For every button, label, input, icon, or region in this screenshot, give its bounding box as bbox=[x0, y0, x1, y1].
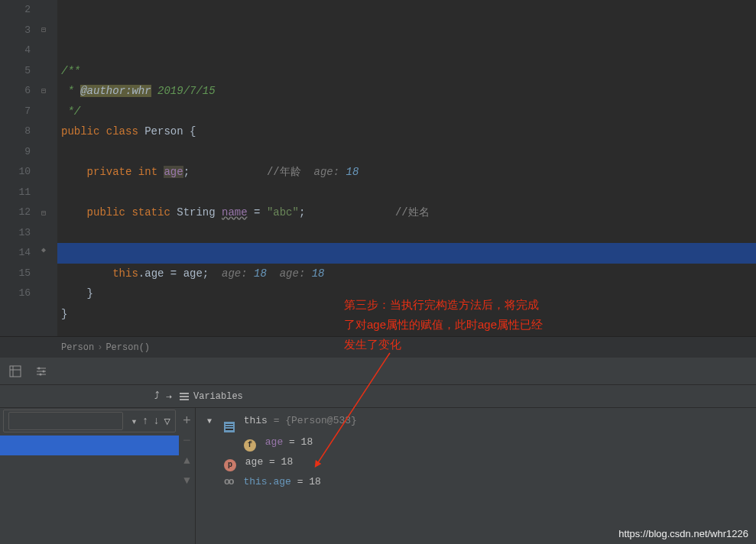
variable-age-field[interactable]: f age = 18 bbox=[207, 432, 750, 452]
watch-icon: oo bbox=[224, 476, 233, 487]
bookmark-icon[interactable]: ◆ bbox=[41, 241, 46, 261]
fold-mark-icon[interactable]: ⊟ bbox=[41, 82, 46, 102]
remove-watch-icon[interactable]: − bbox=[179, 431, 195, 451]
watermark: https://blog.csdn.net/whr1226 bbox=[618, 528, 748, 539]
variables-header: ⤴ ⇢ Variables bbox=[0, 385, 756, 408]
svg-point-6 bbox=[38, 367, 41, 369]
variable-this[interactable]: this = {Person@533} bbox=[207, 411, 750, 432]
return-icon[interactable]: ⤴ bbox=[154, 390, 160, 403]
name-field: name bbox=[222, 206, 248, 219]
layout-icon[interactable] bbox=[9, 365, 21, 377]
step-icon[interactable]: ⇢ bbox=[166, 390, 172, 403]
fold-mark-icon[interactable]: ⊟ bbox=[41, 204, 46, 225]
fold-mark-icon[interactable]: ⊟ bbox=[41, 21, 46, 41]
variable-this-age[interactable]: oo this.age = 18 bbox=[207, 472, 750, 492]
line-number-gutter: 234 567 8910 111213 141516 bbox=[0, 0, 38, 336]
fold-column[interactable]: ⊟ ⊟ ⊟ ◆ bbox=[38, 0, 57, 336]
next-frame-icon[interactable]: ↓ bbox=[153, 415, 159, 427]
hamburger-icon[interactable] bbox=[180, 393, 189, 400]
thread-dropdown[interactable] bbox=[8, 412, 123, 430]
variable-age-param[interactable]: p age = 18 bbox=[207, 452, 750, 472]
code-area[interactable]: /** * @author:whr 2019/7/15 */public cla… bbox=[57, 0, 756, 336]
age-field: age bbox=[164, 166, 183, 178]
code-editor[interactable]: 234 567 8910 111213 141516 ⊟ ⊟ ⊟ ◆ /** *… bbox=[0, 0, 756, 336]
field-badge-icon: f bbox=[244, 439, 256, 452]
svg-rect-0 bbox=[10, 366, 21, 377]
current-execution-line bbox=[57, 243, 756, 264]
author-tag: @author:whr bbox=[80, 85, 151, 97]
svg-point-7 bbox=[43, 370, 45, 372]
debugger-panel: ⤴ ⇢ Variables ▾ ↑ ↓ ▽ + − ▲ ▼ bbox=[0, 358, 756, 544]
chevron-down-icon[interactable]: ▾ bbox=[131, 415, 137, 428]
variables-tree[interactable]: + − ▲ ▼ this = {Person@533} f age = 18 p… bbox=[180, 408, 756, 544]
prev-frame-icon[interactable]: ↑ bbox=[142, 415, 148, 427]
param-badge-icon: p bbox=[224, 459, 236, 471]
up-icon[interactable]: ▲ bbox=[179, 451, 195, 471]
down-icon[interactable]: ▼ bbox=[179, 471, 195, 491]
add-watch-icon[interactable]: + bbox=[179, 411, 195, 431]
svg-point-8 bbox=[40, 373, 42, 375]
frames-panel[interactable]: ▾ ↑ ↓ ▽ bbox=[0, 408, 180, 544]
doc-comment: /** bbox=[61, 65, 80, 77]
settings-icon[interactable] bbox=[35, 365, 47, 377]
annotation-text: 第三步：当执行完构造方法后，将完成 了对age属性的赋值，此时age属性已经 发… bbox=[344, 295, 543, 355]
selected-frame[interactable] bbox=[0, 436, 179, 455]
variables-label: Variables bbox=[193, 391, 243, 402]
expand-icon[interactable] bbox=[207, 415, 215, 426]
object-icon bbox=[224, 422, 235, 432]
filter-icon[interactable]: ▽ bbox=[164, 415, 170, 428]
